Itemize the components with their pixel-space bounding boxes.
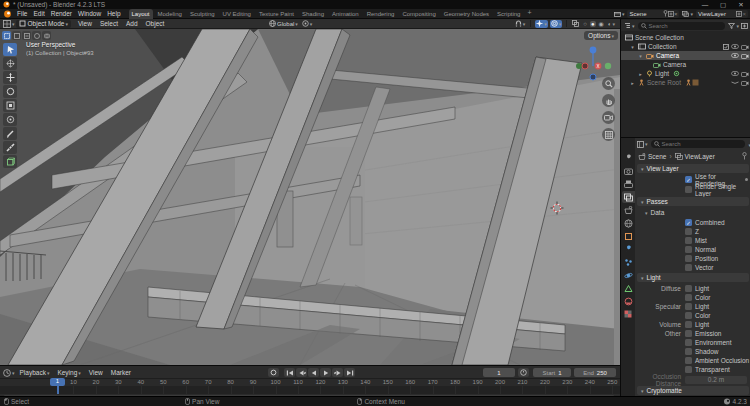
emission-checkbox[interactable] xyxy=(685,330,692,337)
workspace-tab-sculpting[interactable]: Sculpting xyxy=(187,9,218,19)
end-frame-field[interactable]: End250 xyxy=(574,368,616,377)
add-workspace-button[interactable]: + xyxy=(524,9,534,19)
shadow-checkbox[interactable] xyxy=(685,348,692,355)
gizmos-toggle[interactable] xyxy=(535,20,548,28)
environment-checkbox[interactable] xyxy=(685,339,692,346)
panel-passes[interactable]: Passes xyxy=(637,197,749,206)
diffuse-color-checkbox[interactable] xyxy=(685,294,692,301)
tool-annotate[interactable] xyxy=(3,127,17,140)
shading-material-button[interactable]: ◉ xyxy=(598,20,605,27)
perspective-toggle-button[interactable] xyxy=(602,128,615,141)
select-mode-set-button[interactable] xyxy=(2,31,11,40)
overlays-toggle[interactable] xyxy=(550,20,563,28)
tab-output[interactable] xyxy=(622,178,635,190)
jump-to-end-button[interactable] xyxy=(344,368,355,377)
viewport-canvas[interactable] xyxy=(0,29,620,365)
tool-scale[interactable] xyxy=(3,99,17,112)
current-frame-indicator[interactable]: 1 xyxy=(50,378,65,386)
workspace-tab-geometry-nodes[interactable]: Geometry Nodes xyxy=(441,9,492,19)
tool-rotate[interactable] xyxy=(3,85,17,98)
pivot-point-dropdown[interactable] xyxy=(301,20,314,28)
workspace-tab-rendering[interactable]: Rendering xyxy=(364,9,398,19)
close-button[interactable]: ✕ xyxy=(732,1,750,9)
tool-cursor[interactable] xyxy=(3,57,17,70)
outliner-filter-button[interactable] xyxy=(727,22,740,30)
expand-icon[interactable] xyxy=(637,52,644,59)
viewport-menu-add[interactable]: Add xyxy=(122,20,142,27)
timeline-ruler[interactable]: 1020304050607080901001101201301401501601… xyxy=(0,378,620,386)
tool-add-cube[interactable] xyxy=(3,155,17,168)
outliner-row-scene-root[interactable]: Scene Root xyxy=(621,78,750,87)
tab-object-data[interactable] xyxy=(622,282,635,294)
render-camera-icon[interactable] xyxy=(741,71,749,77)
menu-edit[interactable]: Edit xyxy=(30,10,47,17)
auto-keying-button[interactable] xyxy=(268,368,279,377)
view-layer-name-field[interactable]: ViewLayer × xyxy=(696,10,748,18)
tool-select-box[interactable] xyxy=(3,43,17,56)
play-reverse-button[interactable] xyxy=(308,368,319,377)
timeline-menu-keying[interactable]: Keying xyxy=(53,369,84,376)
timeline-menu-view[interactable]: View xyxy=(85,369,107,376)
tab-tool[interactable] xyxy=(622,152,635,164)
expand-icon[interactable] xyxy=(629,43,636,50)
outliner-row-camera-data[interactable]: Camera xyxy=(621,60,750,69)
render-single-layer-checkbox[interactable] xyxy=(685,186,692,193)
snap-dropdown[interactable] xyxy=(514,20,527,28)
specular-color-checkbox[interactable] xyxy=(685,312,692,319)
viewport-menu-select[interactable]: Select xyxy=(96,20,122,27)
prev-keyframe-button[interactable] xyxy=(296,368,307,377)
eye-closed-icon[interactable] xyxy=(731,81,739,85)
move-view-button[interactable] xyxy=(602,94,615,107)
breadcrumb-view-layer[interactable]: ViewLayer xyxy=(685,153,715,160)
timeline-menu-playback[interactable]: Playback xyxy=(16,369,54,376)
viewport-menu-object[interactable]: Object xyxy=(142,20,169,27)
camera-view-button[interactable] xyxy=(602,111,615,124)
timeline-menu-marker[interactable]: Marker xyxy=(107,369,135,376)
zoom-view-button[interactable] xyxy=(602,77,615,90)
eye-icon[interactable] xyxy=(731,53,739,58)
tab-texture[interactable] xyxy=(622,308,635,320)
subpanel-data[interactable]: Data xyxy=(643,208,749,216)
workspace-tab-scripting[interactable]: Scripting xyxy=(494,9,523,19)
workspace-tab-compositing[interactable]: Compositing xyxy=(399,9,438,19)
pass-mist-checkbox[interactable] xyxy=(685,237,692,244)
pass-vector-checkbox[interactable] xyxy=(685,264,692,271)
select-mode-subtract-button[interactable] xyxy=(22,31,31,40)
eye-icon[interactable] xyxy=(731,71,739,76)
render-camera-icon[interactable] xyxy=(741,53,749,59)
occlusion-distance-field[interactable]: 0.2 m xyxy=(685,376,747,384)
minimize-button[interactable]: — xyxy=(696,1,714,9)
outliner-row-collection[interactable]: Collection xyxy=(621,42,750,51)
next-keyframe-button[interactable] xyxy=(332,368,343,377)
shading-rendered-button[interactable]: ◐ xyxy=(607,21,616,27)
specular-light-checkbox[interactable] xyxy=(685,303,692,310)
tab-material[interactable] xyxy=(622,295,635,307)
outliner-row-light[interactable]: Light xyxy=(621,69,750,78)
keying-set-button[interactable] xyxy=(518,368,529,377)
expand-icon[interactable] xyxy=(637,70,644,77)
expand-icon[interactable] xyxy=(629,79,636,86)
orientation-dropdown[interactable]: Global xyxy=(268,20,299,28)
pass-combined-checkbox[interactable] xyxy=(685,219,692,226)
scene-name-field[interactable]: Scene × xyxy=(627,10,679,18)
volume-light-checkbox[interactable] xyxy=(685,321,692,328)
workspace-tab-texture-paint[interactable]: Texture Paint xyxy=(256,9,297,19)
menu-window[interactable]: Window xyxy=(75,10,104,17)
view-layer-browse-button[interactable] xyxy=(681,10,694,18)
render-camera-icon[interactable] xyxy=(741,80,749,86)
tab-view-layer[interactable] xyxy=(622,191,635,203)
start-frame-field[interactable]: Start1 xyxy=(533,368,571,377)
properties-editor-type-button[interactable] xyxy=(636,140,649,148)
panel-light[interactable]: Light xyxy=(637,273,749,282)
timeline-editor-type-button[interactable] xyxy=(2,369,16,377)
menu-render[interactable]: Render xyxy=(48,10,75,17)
jump-to-start-button[interactable] xyxy=(284,368,295,377)
render-camera-icon[interactable] xyxy=(741,44,749,50)
select-mode-extend-button[interactable] xyxy=(12,31,21,40)
workspace-tab-uv-editing[interactable]: UV Editing xyxy=(220,9,254,19)
tool-transform[interactable] xyxy=(3,113,17,126)
pass-position-checkbox[interactable] xyxy=(685,255,692,262)
tab-object[interactable] xyxy=(622,230,635,242)
options-button[interactable]: Options xyxy=(584,31,618,40)
pass-normal-checkbox[interactable] xyxy=(685,246,692,253)
